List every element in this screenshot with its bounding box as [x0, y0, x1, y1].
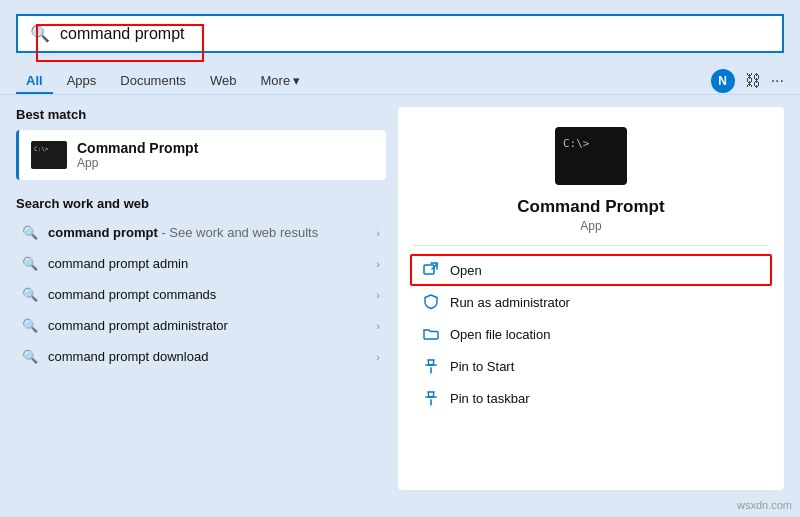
- search-result-icon-4: 🔍: [22, 349, 38, 364]
- chevron-right-icon-1: ›: [376, 258, 380, 270]
- tabs-right: N ⛓ ···: [711, 69, 784, 93]
- search-result-text-1: command prompt admin: [48, 256, 366, 271]
- tab-apps[interactable]: Apps: [57, 67, 107, 94]
- left-panel: Best match Command Prompt App Search wor…: [16, 107, 386, 490]
- open-action[interactable]: Open: [414, 254, 768, 286]
- more-chevron-icon: ▾: [293, 73, 300, 88]
- search-result-icon-1: 🔍: [22, 256, 38, 271]
- shield-icon: [422, 293, 440, 311]
- search-result-text-0: command prompt - See work and web result…: [48, 225, 366, 240]
- search-bar[interactable]: 🔍: [16, 14, 784, 53]
- pin-to-taskbar-label: Pin to taskbar: [450, 391, 530, 406]
- pin-taskbar-icon: [422, 389, 440, 407]
- right-app-name: Command Prompt: [517, 197, 664, 217]
- chevron-right-icon-0: ›: [376, 227, 380, 239]
- chevron-right-icon-3: ›: [376, 320, 380, 332]
- search-result-text-3: command prompt administrator: [48, 318, 366, 333]
- right-panel: Command Prompt App Open: [398, 107, 784, 490]
- command-prompt-icon: [31, 141, 67, 169]
- best-match-title: Best match: [16, 107, 386, 122]
- search-input[interactable]: [60, 25, 770, 43]
- tabs-row: All Apps Documents Web More ▾ N ⛓ ···: [0, 67, 800, 95]
- open-label: Open: [450, 263, 482, 278]
- open-file-location-action[interactable]: Open file location: [414, 318, 768, 350]
- search-result-icon-3: 🔍: [22, 318, 38, 333]
- more-options-icon[interactable]: ···: [771, 72, 784, 90]
- pin-to-taskbar-action[interactable]: Pin to taskbar: [414, 382, 768, 414]
- open-icon: [422, 261, 440, 279]
- list-item[interactable]: 🔍 command prompt administrator ›: [16, 310, 386, 341]
- list-item[interactable]: 🔍 command prompt download ›: [16, 341, 386, 372]
- action-list: Open Run as administrator Open file loca…: [414, 254, 768, 414]
- watermark: wsxdn.com: [737, 499, 792, 511]
- search-result-icon-2: 🔍: [22, 287, 38, 302]
- divider: [414, 245, 768, 246]
- right-app-type: App: [580, 219, 601, 233]
- best-match-name: Command Prompt: [77, 140, 198, 156]
- pin-start-icon: [422, 357, 440, 375]
- search-web-title: Search work and web: [16, 196, 386, 211]
- chevron-right-icon-2: ›: [376, 289, 380, 301]
- list-item[interactable]: 🔍 command prompt commands ›: [16, 279, 386, 310]
- list-item[interactable]: 🔍 command prompt - See work and web resu…: [16, 217, 386, 248]
- pin-to-start-action[interactable]: Pin to Start: [414, 350, 768, 382]
- main-content: Best match Command Prompt App Search wor…: [0, 95, 800, 502]
- run-as-admin-action[interactable]: Run as administrator: [414, 286, 768, 318]
- tab-web[interactable]: Web: [200, 67, 247, 94]
- search-result-icon-0: 🔍: [22, 225, 38, 240]
- best-match-text: Command Prompt App: [77, 140, 198, 170]
- search-result-text-2: command prompt commands: [48, 287, 366, 302]
- search-result-text-4: command prompt download: [48, 349, 366, 364]
- best-match-item[interactable]: Command Prompt App: [16, 130, 386, 180]
- big-command-prompt-icon: [555, 127, 627, 185]
- best-match-type: App: [77, 156, 198, 170]
- share-icon[interactable]: ⛓: [745, 72, 761, 90]
- folder-icon: [422, 325, 440, 343]
- avatar[interactable]: N: [711, 69, 735, 93]
- list-item[interactable]: 🔍 command prompt admin ›: [16, 248, 386, 279]
- open-file-location-label: Open file location: [450, 327, 550, 342]
- search-icon: 🔍: [30, 24, 50, 43]
- chevron-right-icon-4: ›: [376, 351, 380, 363]
- pin-to-start-label: Pin to Start: [450, 359, 514, 374]
- run-as-admin-label: Run as administrator: [450, 295, 570, 310]
- tab-more[interactable]: More ▾: [251, 67, 311, 94]
- tab-all[interactable]: All: [16, 67, 53, 94]
- tab-documents[interactable]: Documents: [110, 67, 196, 94]
